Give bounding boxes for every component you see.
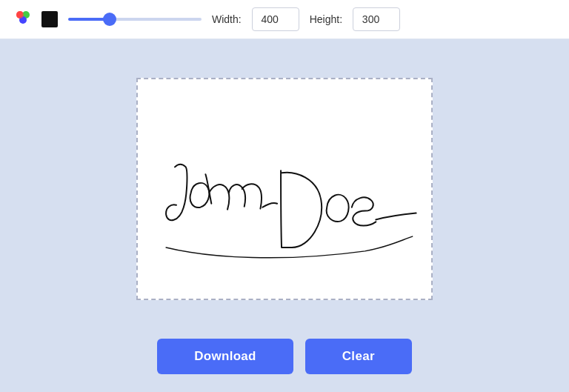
color-picker-icon[interactable] xyxy=(15,10,31,29)
color-swatch[interactable] xyxy=(41,11,58,27)
canvas-wrapper xyxy=(0,39,569,339)
width-input[interactable] xyxy=(252,7,299,31)
signature-drawing xyxy=(138,79,431,299)
download-button[interactable]: Download xyxy=(157,339,293,374)
clear-button[interactable]: Clear xyxy=(305,339,412,374)
pen-size-slider-container xyxy=(68,18,202,21)
buttons-row: Download Clear xyxy=(157,339,412,392)
height-label: Height: xyxy=(310,13,342,25)
toolbar: Width: Height: xyxy=(0,0,569,39)
pen-size-slider[interactable] xyxy=(68,18,202,21)
svg-point-3 xyxy=(16,11,24,19)
width-label: Width: xyxy=(212,13,242,25)
height-input[interactable] xyxy=(353,7,400,31)
signature-canvas[interactable] xyxy=(136,78,433,300)
